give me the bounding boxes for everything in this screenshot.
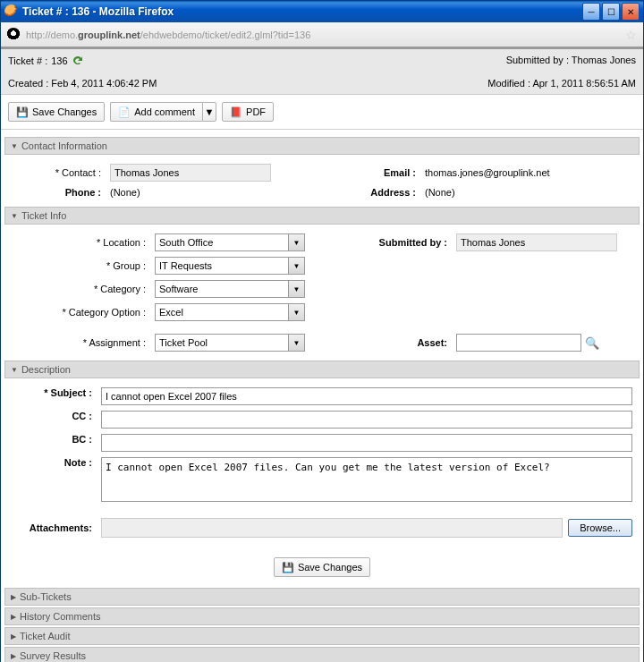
chevron-down-icon[interactable]: ▼ [289, 233, 305, 251]
chevron-down-icon[interactable]: ▼ [289, 334, 305, 352]
survey-title: Survey Results [20, 650, 86, 661]
address-bar[interactable]: http://demo.grouplink.net/ehdwebdemo/tic… [1, 22, 643, 47]
refresh-icon[interactable] [72, 55, 84, 67]
site-icon [6, 28, 21, 42]
category-option-value [155, 303, 289, 321]
submitted-by-value: Thomas Jones [572, 55, 636, 65]
save-label-bottom: Save Changes [298, 562, 362, 573]
window-title: Ticket # : 136 - Mozilla Firefox [22, 5, 582, 18]
created-label: Created : [8, 78, 48, 89]
submitted-by-label: Submitted by : [506, 55, 569, 65]
group-label: Group : [12, 260, 146, 271]
url-prefix: http://demo. [26, 30, 78, 40]
collapse-arrow-icon: ▼ [11, 366, 18, 374]
assignment-label: Assignment : [12, 337, 146, 348]
email-value: thomas.jones@grouplink.net [425, 167, 632, 178]
add-comment-button[interactable]: Add comment [110, 102, 202, 122]
url-host: grouplink.net [78, 30, 140, 40]
ticket-info-section-title: Ticket Info [21, 210, 66, 221]
pdf-label: PDF [246, 106, 266, 117]
ticket-info-section-header[interactable]: ▼Ticket Info [4, 207, 640, 225]
add-comment-icon [118, 106, 131, 118]
minimize-button[interactable]: ─ [582, 3, 600, 21]
category-value [155, 280, 289, 298]
bookmark-star-icon[interactable]: ☆ [623, 28, 638, 42]
asset-label: Asset: [340, 337, 447, 348]
category-option-label: Category Option : [12, 307, 146, 318]
pdf-button[interactable]: PDF [222, 102, 274, 122]
address-value: (None) [425, 187, 632, 198]
url-text: http://demo.grouplink.net/ehdwebdemo/tic… [26, 30, 618, 40]
category-select[interactable]: ▼ [155, 280, 331, 298]
description-section-header[interactable]: ▼Description [4, 361, 640, 378]
submitted-by-field[interactable] [456, 233, 617, 251]
category-option-select[interactable]: ▼ [155, 303, 331, 321]
attachment-path-field [101, 518, 563, 538]
save-label: Save Changes [32, 106, 97, 117]
subject-field[interactable] [101, 387, 632, 405]
collapse-arrow-icon: ▼ [11, 142, 18, 150]
expand-arrow-icon: ▶ [11, 652, 16, 660]
save-changes-button[interactable]: Save Changes [8, 102, 105, 122]
attachments-label: Attachments: [12, 522, 92, 533]
expand-arrow-icon: ▶ [11, 632, 16, 641]
chevron-down-icon[interactable]: ▼ [289, 303, 305, 321]
history-comments-section-header[interactable]: ▶History Comments [4, 607, 640, 625]
modified-value: Apr 1, 2011 8:56:51 AM [532, 78, 636, 89]
pdf-icon [230, 106, 242, 118]
subject-label: Subject : [12, 387, 92, 398]
expand-arrow-icon: ▶ [11, 593, 16, 601]
window-titlebar: Ticket # : 136 - Mozilla Firefox ─ ☐ ✕ [1, 1, 643, 22]
assignment-select[interactable]: ▼ [155, 334, 331, 352]
group-select[interactable]: ▼ [155, 257, 331, 275]
assignment-value [155, 334, 289, 352]
phone-label: Phone : [12, 187, 101, 198]
location-label: Location : [12, 237, 146, 248]
ticket-number-label: Ticket # : [8, 55, 47, 66]
address-label: Address : [326, 187, 416, 198]
modified-label: Modified : [487, 78, 530, 89]
collapse-arrow-icon: ▼ [11, 212, 18, 220]
cc-label: CC : [12, 411, 92, 421]
chevron-down-icon[interactable]: ▼ [289, 280, 305, 298]
chevron-down-icon[interactable]: ▼ [289, 257, 305, 275]
phone-value: (None) [110, 187, 318, 198]
save-changes-button-bottom[interactable]: Save Changes [274, 557, 370, 577]
contact-field[interactable] [110, 164, 271, 182]
contact-label: Contact : [12, 167, 101, 178]
contact-section-title: Contact Information [21, 140, 107, 151]
category-label: Category : [12, 284, 146, 294]
location-select[interactable]: ▼ [155, 233, 331, 251]
expand-arrow-icon: ▶ [11, 613, 16, 621]
ticket-number: 136 [51, 55, 67, 66]
history-title: History Comments [20, 611, 100, 622]
group-value [155, 257, 289, 275]
note-label: Note : [12, 457, 92, 468]
firefox-icon [4, 4, 19, 19]
location-value [155, 233, 289, 251]
add-comment-dropdown[interactable]: ▼ [202, 102, 216, 122]
add-comment-label: Add comment [134, 106, 195, 117]
description-section-title: Description [21, 364, 71, 375]
bc-label: BC : [12, 434, 92, 445]
email-label: Email : [326, 167, 416, 178]
created-value: Feb 4, 2011 4:06:42 PM [51, 78, 157, 89]
save-icon [16, 106, 29, 118]
search-icon[interactable]: 🔍 [585, 335, 599, 350]
contact-section-header[interactable]: ▼Contact Information [4, 137, 640, 155]
cc-field[interactable] [101, 411, 632, 429]
sub-tickets-section-header[interactable]: ▶Sub-Tickets [4, 588, 640, 606]
close-button[interactable]: ✕ [622, 3, 640, 21]
save-icon [282, 561, 294, 573]
maximize-button[interactable]: ☐ [602, 3, 620, 21]
asset-field[interactable] [456, 334, 581, 352]
submitted-by-label2: Submitted by : [340, 237, 447, 248]
survey-results-section-header[interactable]: ▶Survey Results [4, 647, 640, 662]
note-field[interactable] [101, 457, 632, 502]
bc-field[interactable] [101, 434, 632, 452]
url-path: /ehdwebdemo/ticket/edit2.glml?tid=136 [140, 30, 310, 40]
ticket-audit-section-header[interactable]: ▶Ticket Audit [4, 627, 640, 645]
sub-tickets-title: Sub-Tickets [20, 591, 72, 602]
audit-title: Ticket Audit [20, 631, 70, 641]
browse-button[interactable]: Browse... [568, 519, 632, 537]
